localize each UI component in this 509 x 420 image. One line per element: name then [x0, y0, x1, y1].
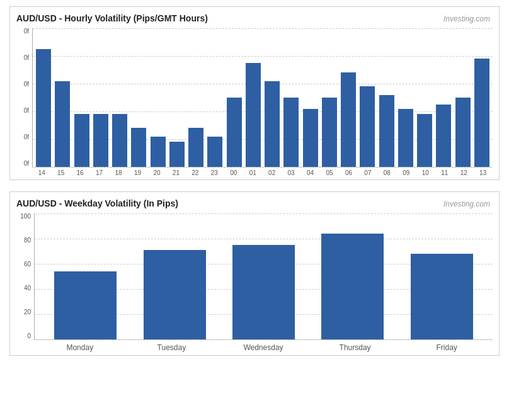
- y-label-hourly-0: 0f: [24, 28, 29, 35]
- chart1-y-axis: 0f0f0f0f0f0f: [16, 28, 32, 167]
- x-label-hourly-5: 19: [128, 167, 147, 176]
- hourly-bar-wrap-3: [91, 28, 110, 167]
- hourly-bar-wrap-1: [53, 28, 72, 167]
- chart2-watermark: Investing.com: [443, 200, 490, 208]
- x-label-hourly-22: 12: [454, 167, 473, 176]
- hourly-bar-17: [360, 86, 375, 167]
- weekday-volatility-chart: AUD/USD - Weekday Volatility (In Pips) I…: [9, 191, 500, 356]
- hourly-bar-wrap-14: [301, 28, 320, 167]
- page-container: AUD/USD - Hourly Volatility (Pips/GMT Ho…: [0, 0, 509, 373]
- hourly-bar-11: [246, 63, 261, 167]
- hourly-bar-18: [379, 95, 394, 167]
- chart2-plot-area: MondayTuesdayWednesdayThursdayFriday: [34, 213, 493, 352]
- x-label-hourly-20: 10: [416, 167, 435, 176]
- x-label-hourly-17: 07: [358, 167, 377, 176]
- hourly-bar-20: [417, 114, 432, 167]
- chart2-wrapper: 100806040200 MondayTuesdayWednesdayThurs…: [16, 213, 493, 352]
- x-label-hourly-11: 01: [243, 167, 262, 176]
- y-label-weekday-1: 80: [24, 237, 31, 244]
- x-label-hourly-13: 03: [282, 167, 300, 176]
- x-label-hourly-2: 16: [71, 167, 89, 176]
- hourly-bar-wrap-0: [34, 28, 53, 167]
- x-label-hourly-8: 22: [186, 167, 205, 176]
- hourly-bar-wrap-4: [110, 28, 129, 167]
- x-label-weekday-3: Thursday: [309, 340, 401, 352]
- hourly-bar-5: [131, 128, 146, 167]
- x-label-hourly-0: 14: [32, 167, 51, 176]
- y-label-hourly-3: 0f: [24, 108, 29, 114]
- hourly-bar-8: [188, 128, 203, 167]
- hourly-bar-wrap-6: [149, 28, 168, 167]
- hourly-bar-wrap-7: [168, 28, 186, 167]
- x-label-hourly-7: 21: [166, 167, 185, 176]
- x-label-weekday-0: Monday: [34, 340, 126, 352]
- x-label-hourly-23: 13: [473, 167, 492, 176]
- hourly-bar-wrap-16: [339, 28, 358, 167]
- x-label-weekday-2: Wednesday: [217, 340, 309, 352]
- hourly-bar-wrap-2: [72, 28, 91, 167]
- chart1-x-labels: 1415161718192021222300010203040506070809…: [32, 167, 493, 176]
- weekday-bar-wrap-4: [397, 213, 486, 339]
- chart2-x-labels: MondayTuesdayWednesdayThursdayFriday: [34, 340, 493, 352]
- hourly-bar-wrap-9: [205, 28, 224, 167]
- x-label-weekday-1: Tuesday: [126, 340, 218, 352]
- hourly-bar-16: [341, 72, 356, 167]
- gridline-weekday-5: [35, 339, 493, 340]
- hourly-bar-9: [207, 137, 222, 167]
- x-label-hourly-15: 05: [320, 167, 339, 176]
- weekday-bar-2: [232, 245, 295, 339]
- hourly-bar-23: [474, 59, 489, 167]
- hourly-bar-1: [55, 81, 70, 167]
- y-label-weekday-5: 0: [27, 333, 31, 339]
- x-label-hourly-10: 00: [224, 167, 243, 176]
- x-label-hourly-19: 09: [397, 167, 416, 176]
- hourly-bar-21: [436, 105, 451, 167]
- x-label-weekday-4: Friday: [401, 340, 493, 352]
- hourly-bar-7: [169, 142, 185, 167]
- hourly-volatility-chart: AUD/USD - Hourly Volatility (Pips/GMT Ho…: [9, 6, 500, 180]
- x-label-hourly-18: 08: [377, 167, 396, 176]
- y-label-hourly-4: 0f: [24, 134, 29, 140]
- weekday-bar-4: [411, 254, 473, 339]
- weekday-bar-wrap-3: [308, 213, 397, 339]
- x-label-hourly-14: 04: [300, 167, 319, 176]
- hourly-bar-wrap-18: [377, 28, 396, 167]
- chart1-watermark: Investing.com: [443, 14, 490, 23]
- y-label-weekday-3: 40: [24, 285, 31, 292]
- hourly-bar-wrap-13: [282, 28, 300, 167]
- hourly-bar-wrap-22: [454, 28, 472, 167]
- hourly-bar-15: [322, 98, 337, 167]
- hourly-bar-wrap-8: [186, 28, 205, 167]
- chart1-plot-area: 1415161718192021222300010203040506070809…: [32, 28, 493, 176]
- y-label-weekday-2: 60: [24, 261, 31, 268]
- chart1-bars: [33, 28, 493, 167]
- hourly-bar-wrap-5: [129, 28, 148, 167]
- x-label-hourly-12: 02: [262, 167, 281, 176]
- weekday-bar-wrap-2: [219, 213, 308, 339]
- x-label-hourly-16: 06: [339, 167, 358, 176]
- hourly-bar-22: [455, 98, 471, 167]
- x-label-hourly-3: 17: [89, 167, 108, 176]
- x-label-hourly-6: 20: [147, 167, 166, 176]
- hourly-bar-0: [36, 49, 51, 167]
- hourly-bar-4: [112, 114, 127, 167]
- hourly-bar-wrap-19: [396, 28, 415, 167]
- y-label-weekday-0: 100: [20, 213, 31, 220]
- weekday-bar-1: [144, 250, 206, 339]
- hourly-bar-19: [398, 109, 413, 167]
- hourly-bar-12: [265, 81, 280, 167]
- hourly-bar-wrap-10: [225, 28, 244, 167]
- y-label-hourly-2: 0f: [24, 81, 29, 88]
- chart2-bars: [35, 213, 493, 339]
- hourly-bar-wrap-12: [263, 28, 282, 167]
- hourly-bar-2: [74, 114, 89, 167]
- hourly-bar-3: [93, 114, 108, 167]
- hourly-bar-wrap-23: [472, 28, 491, 167]
- chart1-wrapper: 0f0f0f0f0f0f 141516171819202122230001020…: [16, 28, 493, 176]
- x-label-hourly-9: 23: [205, 167, 224, 176]
- hourly-bar-13: [283, 98, 299, 167]
- hourly-bar-wrap-15: [320, 28, 339, 167]
- hourly-bar-wrap-17: [358, 28, 377, 167]
- weekday-bar-wrap-0: [41, 213, 130, 339]
- hourly-bar-14: [303, 109, 318, 167]
